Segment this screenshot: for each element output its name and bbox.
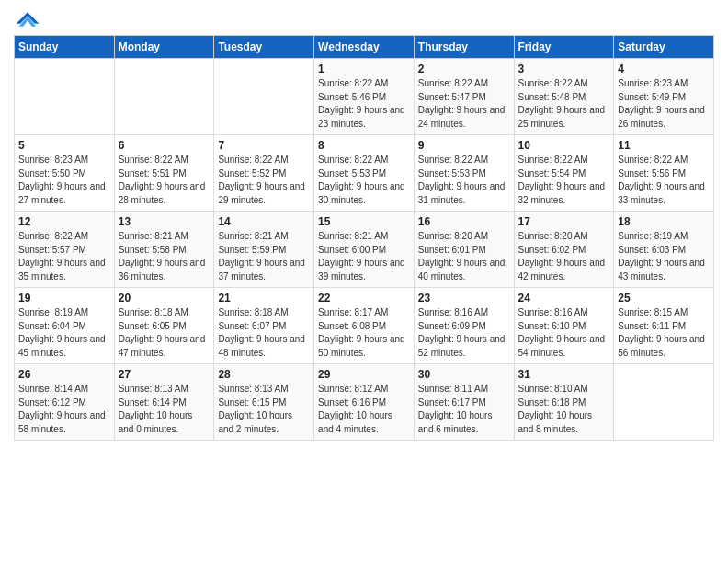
day-number: 4 bbox=[618, 63, 710, 75]
day-cell: 23Sunrise: 8:16 AMSunset: 6:09 PMDayligh… bbox=[414, 288, 514, 364]
day-number: 17 bbox=[518, 215, 610, 228]
day-info: Sunrise: 8:15 AMSunset: 6:11 PMDaylight:… bbox=[618, 306, 710, 360]
day-cell: 29Sunrise: 8:12 AMSunset: 6:16 PMDayligh… bbox=[314, 364, 415, 441]
day-info: Sunrise: 8:22 AMSunset: 5:47 PMDaylight:… bbox=[418, 77, 510, 131]
day-cell: 7Sunrise: 8:22 AMSunset: 5:52 PMDaylight… bbox=[214, 135, 314, 212]
day-cell bbox=[214, 59, 314, 135]
day-cell: 13Sunrise: 8:21 AMSunset: 5:58 PMDayligh… bbox=[114, 212, 214, 288]
day-info: Sunrise: 8:17 AMSunset: 6:08 PMDaylight:… bbox=[318, 306, 410, 360]
day-info: Sunrise: 8:16 AMSunset: 6:09 PMDaylight:… bbox=[418, 306, 510, 360]
day-number: 25 bbox=[618, 292, 710, 304]
day-info: Sunrise: 8:22 AMSunset: 5:54 PMDaylight:… bbox=[518, 154, 610, 207]
day-cell: 21Sunrise: 8:18 AMSunset: 6:07 PMDayligh… bbox=[214, 288, 314, 364]
weekday-header-row: SundayMondayTuesdayWednesdayThursdayFrid… bbox=[15, 36, 714, 59]
day-cell: 31Sunrise: 8:10 AMSunset: 6:18 PMDayligh… bbox=[514, 364, 614, 441]
weekday-header-saturday: Saturday bbox=[614, 36, 714, 59]
day-cell: 3Sunrise: 8:22 AMSunset: 5:48 PMDaylight… bbox=[514, 59, 614, 135]
day-number: 1 bbox=[318, 63, 410, 75]
day-cell: 26Sunrise: 8:14 AMSunset: 6:12 PMDayligh… bbox=[15, 364, 115, 441]
weekday-header-friday: Friday bbox=[514, 36, 614, 59]
day-info: Sunrise: 8:23 AMSunset: 5:50 PMDaylight:… bbox=[18, 154, 110, 207]
week-row-1: 1Sunrise: 8:22 AMSunset: 5:46 PMDaylight… bbox=[15, 59, 714, 135]
day-cell: 12Sunrise: 8:22 AMSunset: 5:57 PMDayligh… bbox=[15, 212, 115, 288]
day-cell: 30Sunrise: 8:11 AMSunset: 6:17 PMDayligh… bbox=[414, 364, 514, 441]
day-number: 13 bbox=[119, 215, 210, 228]
day-number: 8 bbox=[318, 139, 410, 152]
day-info: Sunrise: 8:22 AMSunset: 5:56 PMDaylight:… bbox=[618, 154, 710, 207]
day-number: 27 bbox=[119, 368, 210, 381]
day-cell: 11Sunrise: 8:22 AMSunset: 5:56 PMDayligh… bbox=[614, 135, 714, 212]
day-info: Sunrise: 8:20 AMSunset: 6:02 PMDaylight:… bbox=[518, 230, 610, 283]
day-cell: 28Sunrise: 8:13 AMSunset: 6:15 PMDayligh… bbox=[214, 364, 314, 441]
day-cell: 22Sunrise: 8:17 AMSunset: 6:08 PMDayligh… bbox=[314, 288, 415, 364]
day-number: 7 bbox=[218, 139, 310, 152]
week-row-3: 12Sunrise: 8:22 AMSunset: 5:57 PMDayligh… bbox=[15, 212, 714, 288]
day-number: 14 bbox=[218, 215, 310, 228]
day-number: 24 bbox=[518, 292, 610, 304]
day-number: 9 bbox=[418, 139, 510, 152]
day-number: 31 bbox=[518, 368, 610, 381]
day-info: Sunrise: 8:22 AMSunset: 5:46 PMDaylight:… bbox=[318, 77, 410, 131]
day-info: Sunrise: 8:21 AMSunset: 6:00 PMDaylight:… bbox=[318, 230, 410, 283]
day-number: 11 bbox=[618, 139, 710, 152]
day-number: 20 bbox=[119, 292, 210, 304]
day-info: Sunrise: 8:19 AMSunset: 6:03 PMDaylight:… bbox=[618, 230, 710, 283]
day-cell: 17Sunrise: 8:20 AMSunset: 6:02 PMDayligh… bbox=[514, 212, 614, 288]
day-info: Sunrise: 8:11 AMSunset: 6:17 PMDaylight:… bbox=[418, 383, 510, 436]
day-info: Sunrise: 8:22 AMSunset: 5:51 PMDaylight:… bbox=[119, 154, 210, 207]
day-cell: 19Sunrise: 8:19 AMSunset: 6:04 PMDayligh… bbox=[15, 288, 115, 364]
day-info: Sunrise: 8:16 AMSunset: 6:10 PMDaylight:… bbox=[518, 306, 610, 360]
day-cell: 14Sunrise: 8:21 AMSunset: 5:59 PMDayligh… bbox=[214, 212, 314, 288]
day-info: Sunrise: 8:23 AMSunset: 5:49 PMDaylight:… bbox=[618, 77, 710, 131]
day-number: 5 bbox=[18, 139, 110, 152]
weekday-header-thursday: Thursday bbox=[414, 36, 514, 59]
day-cell: 27Sunrise: 8:13 AMSunset: 6:14 PMDayligh… bbox=[114, 364, 214, 441]
day-number: 18 bbox=[618, 215, 710, 228]
day-cell: 2Sunrise: 8:22 AMSunset: 5:47 PMDaylight… bbox=[414, 59, 514, 135]
day-info: Sunrise: 8:18 AMSunset: 6:07 PMDaylight:… bbox=[218, 306, 310, 360]
day-number: 2 bbox=[418, 63, 510, 75]
day-number: 12 bbox=[18, 215, 110, 228]
day-info: Sunrise: 8:22 AMSunset: 5:57 PMDaylight:… bbox=[18, 230, 110, 283]
day-cell bbox=[614, 364, 714, 441]
day-number: 19 bbox=[18, 292, 110, 304]
day-number: 30 bbox=[418, 368, 510, 381]
week-row-2: 5Sunrise: 8:23 AMSunset: 5:50 PMDaylight… bbox=[15, 135, 714, 212]
day-number: 21 bbox=[218, 292, 310, 304]
calendar-table: SundayMondayTuesdayWednesdayThursdayFrid… bbox=[14, 35, 714, 441]
day-cell: 10Sunrise: 8:22 AMSunset: 5:54 PMDayligh… bbox=[514, 135, 614, 212]
header bbox=[14, 9, 714, 29]
day-info: Sunrise: 8:10 AMSunset: 6:18 PMDaylight:… bbox=[518, 383, 610, 436]
day-cell: 6Sunrise: 8:22 AMSunset: 5:51 PMDaylight… bbox=[114, 135, 214, 212]
day-cell: 9Sunrise: 8:22 AMSunset: 5:53 PMDaylight… bbox=[414, 135, 514, 212]
week-row-4: 19Sunrise: 8:19 AMSunset: 6:04 PMDayligh… bbox=[15, 288, 714, 364]
day-number: 3 bbox=[518, 63, 610, 75]
day-info: Sunrise: 8:13 AMSunset: 6:14 PMDaylight:… bbox=[119, 383, 210, 436]
day-number: 6 bbox=[119, 139, 210, 152]
weekday-header-sunday: Sunday bbox=[15, 36, 115, 59]
day-info: Sunrise: 8:14 AMSunset: 6:12 PMDaylight:… bbox=[18, 383, 110, 436]
week-row-5: 26Sunrise: 8:14 AMSunset: 6:12 PMDayligh… bbox=[15, 364, 714, 441]
day-info: Sunrise: 8:22 AMSunset: 5:53 PMDaylight:… bbox=[318, 154, 410, 207]
day-cell: 4Sunrise: 8:23 AMSunset: 5:49 PMDaylight… bbox=[614, 59, 714, 135]
day-number: 29 bbox=[318, 368, 410, 381]
day-number: 22 bbox=[318, 292, 410, 304]
day-info: Sunrise: 8:22 AMSunset: 5:48 PMDaylight:… bbox=[518, 77, 610, 131]
calendar-page: SundayMondayTuesdayWednesdayThursdayFrid… bbox=[0, 0, 728, 563]
day-cell: 18Sunrise: 8:19 AMSunset: 6:03 PMDayligh… bbox=[614, 212, 714, 288]
day-number: 16 bbox=[418, 215, 510, 228]
day-cell: 15Sunrise: 8:21 AMSunset: 6:00 PMDayligh… bbox=[314, 212, 415, 288]
logo bbox=[14, 9, 45, 29]
day-number: 28 bbox=[218, 368, 310, 381]
day-cell: 24Sunrise: 8:16 AMSunset: 6:10 PMDayligh… bbox=[514, 288, 614, 364]
day-number: 23 bbox=[418, 292, 510, 304]
day-cell: 5Sunrise: 8:23 AMSunset: 5:50 PMDaylight… bbox=[15, 135, 115, 212]
logo-icon bbox=[14, 9, 41, 29]
day-cell: 1Sunrise: 8:22 AMSunset: 5:46 PMDaylight… bbox=[314, 59, 415, 135]
day-info: Sunrise: 8:21 AMSunset: 5:59 PMDaylight:… bbox=[218, 230, 310, 283]
day-info: Sunrise: 8:20 AMSunset: 6:01 PMDaylight:… bbox=[418, 230, 510, 283]
day-number: 10 bbox=[518, 139, 610, 152]
day-number: 15 bbox=[318, 215, 410, 228]
day-info: Sunrise: 8:13 AMSunset: 6:15 PMDaylight:… bbox=[218, 383, 310, 436]
day-info: Sunrise: 8:22 AMSunset: 5:52 PMDaylight:… bbox=[218, 154, 310, 207]
